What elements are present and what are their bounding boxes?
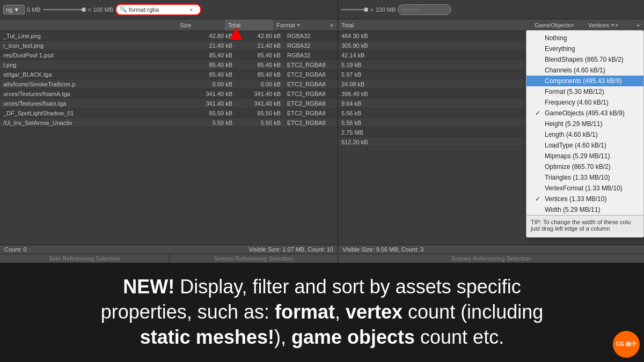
table-row[interactable]: _Tut_Line.png 42.80 kB 42.80 kB RGBA32 bbox=[0, 31, 338, 41]
vertex-highlight: vertex bbox=[346, 301, 402, 323]
table-row[interactable]: urces/Textures/foamA.tga 341.40 kB 341.4… bbox=[0, 89, 338, 99]
right-search-input[interactable] bbox=[398, 4, 451, 15]
menu-item-triangles[interactable]: Triangles (1.33 MB/10) bbox=[526, 172, 643, 183]
sort-arrow-icon: ▼ bbox=[296, 23, 301, 28]
menu-item-optimize[interactable]: Optimize (865.70 kB/2) bbox=[526, 161, 643, 172]
tip-text: TIP: To change the width of these coluju… bbox=[526, 215, 643, 235]
left-slider-area: 0 MB > 100 MB bbox=[27, 6, 113, 13]
search-icon: 🔍 bbox=[120, 6, 127, 13]
right-size-label: > 100 MB bbox=[370, 6, 396, 13]
cg-logo: CG 柚子 bbox=[613, 331, 640, 358]
col-header-close[interactable]: × bbox=[327, 19, 338, 31]
left-panel: ng ▼ 0 MB > 100 MB 🔍 × Size Tot bbox=[0, 0, 338, 263]
menu-item-gameobjects[interactable]: ✓ GameObjects (495.43 kB/9) bbox=[526, 108, 643, 119]
right-col-total[interactable]: Total bbox=[338, 19, 531, 31]
menu-item-mipmaps[interactable]: Mipmaps (5.29 MB/11) bbox=[526, 151, 643, 161]
dropdown-arrow: ▼ bbox=[13, 6, 19, 13]
right-table-header: Total GameObjects × Vertices ▼× + bbox=[338, 19, 644, 31]
left-status-bar: Count: 0 Visible Size: 1.07 MB, Count: 1… bbox=[0, 245, 338, 254]
table-row[interactable]: urces/Textures/foam.tga 341.40 kB 341.40… bbox=[0, 99, 338, 108]
red-arrow-indicator: ▲ bbox=[225, 21, 247, 43]
search-input[interactable] bbox=[129, 6, 188, 13]
menu-item-vertexformat[interactable]: VertexFormat (1.33 MB/10) bbox=[526, 183, 643, 194]
new-label: NEW! bbox=[123, 276, 174, 298]
left-table-header: Size Total Format ▼ × bbox=[0, 19, 338, 31]
menu-item-height[interactable]: Height (5.29 MB/11) bbox=[526, 119, 643, 129]
left-scenes-bar2: Scenes Referencing Selection bbox=[169, 254, 338, 263]
menu-item-nothing[interactable]: Nothing bbox=[526, 33, 643, 43]
left-dropdown[interactable]: ng ▼ bbox=[3, 5, 25, 14]
left-search-box[interactable]: 🔍 × bbox=[115, 4, 201, 16]
right-slider-handle[interactable] bbox=[364, 8, 368, 12]
table-row[interactable]: res/DustPoof 1.psd 85.40 kB 85.40 kB RGB… bbox=[0, 50, 338, 60]
col-header-name[interactable] bbox=[0, 19, 177, 31]
menu-item-vertices[interactable]: ✓ Vertices (1.33 MB/10) bbox=[526, 194, 643, 204]
table-row[interactable]: st/tga/_BLACK.tga 85.40 kB 85.40 kB ETC2… bbox=[0, 70, 338, 79]
size-right-label: > 100 MB bbox=[88, 6, 113, 13]
left-table-body: _Tut_Line.png 42.80 kB 42.80 kB RGBA32 r… bbox=[0, 31, 338, 245]
bottom-text: NEW! Display, filter and sort by assets … bbox=[101, 275, 543, 350]
right-toolbar: > 100 MB bbox=[338, 0, 644, 19]
menu-item-everything[interactable]: Everything bbox=[526, 43, 643, 54]
slider-handle[interactable] bbox=[82, 8, 86, 12]
menu-item-blendshapes[interactable]: BlendShapes (865.70 kB/2) bbox=[526, 54, 643, 65]
bottom-section: NEW! Display, filter and sort by assets … bbox=[0, 263, 644, 362]
menu-item-width[interactable]: Width (5.29 MB/11) bbox=[526, 204, 643, 215]
visible-size-label: Visible Size: 1.07 MB, Count: 10 bbox=[248, 246, 333, 253]
dropdown-label: ng bbox=[6, 6, 12, 13]
left-toolbar: ng ▼ 0 MB > 100 MB 🔍 × bbox=[0, 0, 338, 19]
slider-track[interactable] bbox=[43, 9, 86, 10]
left-scenes-bar: Sets Referencing Selection bbox=[0, 254, 169, 263]
count-label: Count: 0 bbox=[4, 246, 27, 253]
table-row[interactable]: /Ui_Inv_SetArrow_Unactiv 5.50 kB 5.50 kB… bbox=[0, 118, 338, 128]
table-row[interactable]: _DF_SpotLightShadow_01 85.50 kB 85.50 kB… bbox=[0, 108, 338, 118]
column-dropdown-menu[interactable]: Nothing Everything BlendShapes (865.70 k… bbox=[526, 30, 644, 238]
menu-item-channels[interactable]: Channels (4.60 kB/1) bbox=[526, 65, 643, 76]
format-highlight: format bbox=[275, 301, 335, 323]
size-left-label: 0 MB bbox=[27, 6, 41, 13]
right-col-add[interactable]: + bbox=[633, 19, 644, 31]
col-header-size[interactable]: Size bbox=[177, 19, 225, 31]
right-scenes-bar: Scenes Referencing Selection bbox=[338, 254, 644, 263]
menu-item-loadtype[interactable]: LoadType (4.60 kB/1) bbox=[526, 140, 643, 151]
right-visible-label: Visible Size: 9.56 MB, Count: 3 bbox=[342, 246, 423, 253]
right-col-verts[interactable]: Vertices ▼× bbox=[585, 19, 633, 31]
table-row[interactable]: r_icon_text.png 21.40 kB 21.40 kB RGBA32 bbox=[0, 41, 338, 50]
right-slider-track[interactable] bbox=[341, 9, 368, 10]
menu-item-components[interactable]: Components (495.43 kB/9) bbox=[526, 76, 643, 86]
menu-item-length[interactable]: Length (4.60 kB/1) bbox=[526, 129, 643, 140]
table-row[interactable]: t.png 85.40 kB 85.40 kB ETC2_RGBA8 bbox=[0, 60, 338, 70]
cg-logo-inner: CG 柚子 bbox=[613, 331, 640, 358]
clear-search-button[interactable]: × bbox=[189, 6, 193, 13]
right-status-bar: Visible Size: 9.56 MB, Count: 3 bbox=[338, 245, 644, 254]
menu-item-format[interactable]: Format (5.30 MB/12) bbox=[526, 86, 643, 97]
right-slider-area: > 100 MB bbox=[341, 6, 396, 13]
col-header-format[interactable]: Format ▼ bbox=[273, 19, 327, 31]
menu-item-frequency[interactable]: Frequency (4.60 kB/1) bbox=[526, 97, 643, 108]
gameobjects-highlight: game objects bbox=[291, 326, 415, 348]
table-row[interactable]: ails/Icons/SmokeTrailIcon.p 0.00 kB 0.00… bbox=[0, 79, 338, 89]
right-panel: > 100 MB Total GameObjects × Vertices ▼×… bbox=[338, 0, 644, 263]
static-highlight: static meshes! bbox=[140, 326, 274, 348]
right-col-go[interactable]: GameObjects × bbox=[531, 19, 585, 31]
